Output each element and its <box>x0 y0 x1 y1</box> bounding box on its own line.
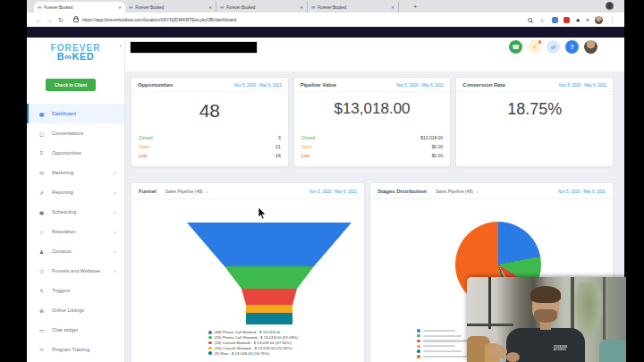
stat-row: Open21 <box>139 142 281 151</box>
stat-row: Lost18 <box>139 151 281 160</box>
sidebar-item-online-listings[interactable]: ⊕Online Listings <box>27 300 124 320</box>
window-control-icon[interactable] <box>606 2 614 10</box>
phone-icon[interactable]: ☎ <box>509 40 522 54</box>
sidebar-item-label: Opportunities <box>52 150 124 156</box>
stat-value: 18.75% <box>456 100 613 119</box>
check-in-client-button[interactable]: Check In Client <box>46 79 96 91</box>
sidebar-item-reporting[interactable]: ⇗Reporting∨ <box>27 182 124 202</box>
legend-dot-icon <box>208 351 212 355</box>
browser-tab[interactable]: ∞Forever Booked✕ <box>216 2 308 13</box>
stages-legend-item <box>417 354 468 359</box>
new-tab-button[interactable]: + <box>413 4 418 11</box>
sidebar-item-contacts[interactable]: ♟Contacts∨ <box>27 241 124 261</box>
legend-dot-icon <box>208 331 212 334</box>
stat-row-label: Closed <box>139 133 153 142</box>
date-range-link[interactable]: Nov 5, 2020 - May 6, 2021 <box>559 83 606 88</box>
stat-rows: Closed$13,018.00Open$0.00Lost$0.00 <box>301 133 444 160</box>
sidebar-collapse-icon[interactable]: ‹ <box>120 43 122 49</box>
stages-pipeline-selector[interactable]: Sales Pipeline (48) ∨ <box>436 189 479 194</box>
funnel-date-range-link[interactable]: Nov 5, 2020 - May 6, 2021 <box>309 189 357 194</box>
extension-red-icon[interactable] <box>564 17 570 23</box>
chevron-down-icon: ∨ <box>206 189 208 194</box>
chat-widget-icon: ▭ <box>38 327 46 333</box>
webcam-window-frame <box>603 277 606 340</box>
extensions-star-icon[interactable]: ★ <box>575 17 580 23</box>
padlock-icon <box>73 18 79 23</box>
sidebar-item-scheduling[interactable]: ▣Scheduling∨ <box>27 202 124 222</box>
sidebar-item-label: Reporting <box>52 189 107 195</box>
stages-date-range-link[interactable]: Nov 5, 2020 - May 6, 2021 <box>558 189 606 194</box>
webcam-window-frame <box>488 277 491 329</box>
legend-dot-icon <box>208 347 212 350</box>
help-icon[interactable]: ? <box>565 40 579 54</box>
reload-icon[interactable]: ↻ <box>58 17 64 23</box>
tab-close-icon[interactable]: ✕ <box>118 5 122 10</box>
sidebar-item-program-training[interactable]: ∞Program Training <box>27 340 124 359</box>
sidebar-item-marketing[interactable]: ✉Marketing∨ <box>27 163 124 182</box>
legend-dot-icon <box>417 340 420 343</box>
browser-toolbar: ← → ↻ https://app.foreverbooked.com/loca… <box>27 13 624 27</box>
forward-icon[interactable]: → <box>47 17 53 23</box>
sidebar-item-label: Conversations <box>52 130 124 136</box>
funnel-segment-phone-call-showed <box>180 266 359 289</box>
switch-account-icon[interactable]: ⇄ <box>547 40 560 54</box>
sidebar-item-label: Contacts <box>52 248 107 254</box>
funnel-pipeline-selector[interactable]: Sales Pipeline (48) ∨ <box>165 189 208 194</box>
sidebar-item-label: Online Listings <box>52 307 124 313</box>
stat-card-opportunities: OpportunitiesNov 5, 2020 - May 6, 202148… <box>131 77 289 167</box>
video-frame: ∞Forever Booked✕∞Forever Booked✕∞Forever… <box>0 0 644 362</box>
stat-row: Closed$13,018.00 <box>301 133 444 142</box>
stat-row-label: Closed <box>301 133 316 142</box>
date-range-link[interactable]: Nov 5, 2020 - May 6, 2021 <box>396 83 444 88</box>
tab-close-icon[interactable]: ✕ <box>391 5 394 10</box>
user-avatar[interactable] <box>584 40 597 54</box>
infinity-favicon-icon: ∞ <box>129 4 132 10</box>
back-icon[interactable]: ← <box>36 17 42 23</box>
sidebar-item-conversations[interactable]: ◻Conversations <box>27 123 124 143</box>
person-hand <box>506 352 520 362</box>
tabs-container: ∞Forever Booked✕∞Forever Booked✕∞Forever… <box>34 2 399 13</box>
browser-profile-avatar[interactable] <box>595 16 603 24</box>
sidebar-item-label: Chat widget <box>52 327 124 333</box>
tab-close-icon[interactable]: ✕ <box>300 5 303 10</box>
reputation-icon: ☆ <box>38 229 46 235</box>
stat-rows: Closed9Open21Lost18 <box>139 133 281 160</box>
bookmark-star-icon[interactable]: ☆ <box>539 17 545 23</box>
chevron-down-icon: ∨ <box>114 249 116 254</box>
webcam-window-sill <box>467 324 513 326</box>
chevron-down-icon: ∨ <box>114 171 116 175</box>
stat-card-header: OpportunitiesNov 5, 2020 - May 6, 2021 <box>131 78 288 92</box>
notifications-icon[interactable]: ≡ <box>528 40 541 54</box>
sidebar-item-triggers[interactable]: ϟTriggers <box>27 281 124 300</box>
sidebar-item-opportunities[interactable]: ≡Opportunities <box>27 143 124 163</box>
contacts-icon: ♟ <box>38 248 46 255</box>
stat-card-conversion-rate: Conversion RateNov 5, 2020 - May 6, 2021… <box>455 77 614 167</box>
stages-legend-label-obscured <box>423 340 468 341</box>
browser-tab[interactable]: ∞Forever Booked✕ <box>125 2 216 13</box>
reading-list-icon[interactable]: ≡ <box>586 17 589 23</box>
stages-legend-label-obscured <box>423 356 468 358</box>
sidebar-item-chat-widget[interactable]: ▭Chat widget <box>27 320 124 340</box>
browser-tab[interactable]: ∞Forever Booked✕ <box>34 2 125 13</box>
sidebar-item-reputation[interactable]: ☆Reputation∨ <box>27 222 124 241</box>
online-listings-icon: ⊕ <box>38 307 46 314</box>
date-range-link[interactable]: Nov 5, 2020 - May 6, 2021 <box>234 83 282 88</box>
funnel-segment-phone-call-booked <box>180 223 359 266</box>
sidebar-item-funnels-and-websites[interactable]: ▽Funnels and Websites∨ <box>27 261 124 281</box>
app-header: ☎ ≡ ⇄ ? <box>125 38 624 72</box>
funnel-legend-label: (10) Consult Showed - $ 13,018.00 (20.83… <box>215 346 292 350</box>
stages-legend-label-obscured <box>423 330 455 332</box>
browser-tab[interactable]: ∞Forever Booked✕ <box>308 2 399 13</box>
sidebar-item-dashboard[interactable]: ▦Dashboard <box>27 104 124 123</box>
chevron-down-icon: ∨ <box>114 269 116 274</box>
extension-blue-icon[interactable] <box>552 17 558 23</box>
tab-close-icon[interactable]: ✕ <box>208 5 212 10</box>
mouse-cursor <box>258 207 267 220</box>
person-beard <box>534 309 557 323</box>
url-text[interactable]: https://app.foreverbooked.com/location/0… <box>82 17 236 22</box>
funnel-legend-label: (9) Won - $ 13,018.00 (18.75%) <box>215 351 270 356</box>
redacted-location-name <box>131 42 257 53</box>
zoom-icon[interactable] <box>528 18 532 22</box>
browser-menu-icon[interactable]: ⋮ <box>609 17 615 23</box>
sidebar-item-label: Dashboard <box>52 111 124 116</box>
